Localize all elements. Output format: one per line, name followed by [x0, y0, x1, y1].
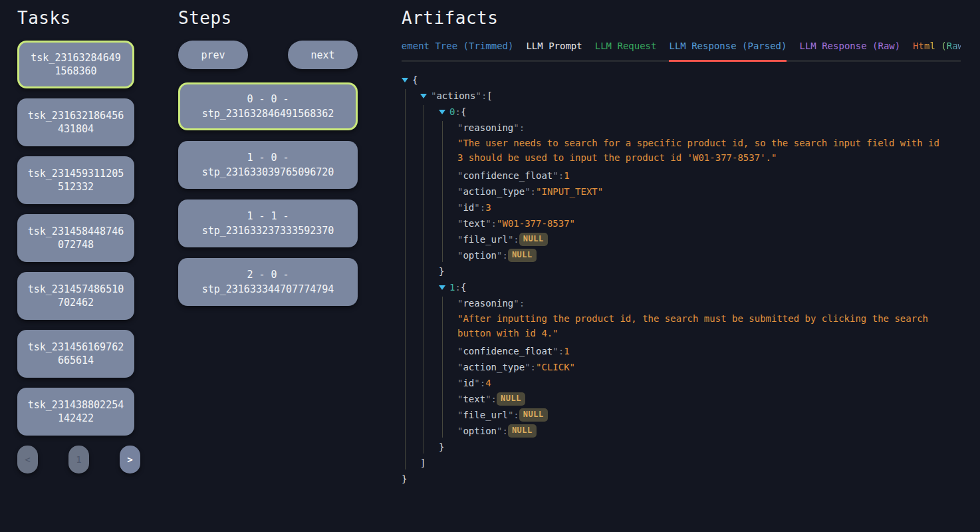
task-button-2[interactable]: tsk_231459311205512332 [17, 156, 134, 204]
json-property: "action_type" : "CLICK" [457, 360, 961, 374]
step-button-2[interactable]: 1 - 1 - stp_231633237333592370 [178, 200, 358, 247]
json-property: "file_url" : NULL [457, 233, 961, 246]
artifacts-panel: Artifacts Element Tree (Trimmed)LLM Prom… [402, 0, 961, 488]
json-children: "reasoning" :"After inputting the produc… [442, 297, 961, 438]
artifacts-tabbar: Element Tree (Trimmed)LLM PromptLLM Requ… [402, 41, 961, 62]
json-property: "action_type" : "INPUT_TEXT" [457, 185, 961, 198]
steps-list: 0 - 0 - stp_2316328464915683621 - 0 - st… [178, 82, 358, 306]
artifacts-tabs: Element Tree (Trimmed)LLM PromptLLM Requ… [402, 41, 961, 62]
collapse-triangle-icon[interactable] [402, 78, 408, 82]
step-button-1[interactable]: 1 - 0 - stp_231633039765096720 [178, 141, 358, 189]
json-root-close: } [402, 472, 961, 485]
json-property: "confidence_float" : 1 [457, 169, 961, 182]
tab-llm-response-parsed[interactable]: LLM Response (Parsed) [669, 41, 787, 62]
steps-nav-row: prev next [178, 41, 358, 69]
tasks-title: Tasks [17, 8, 134, 28]
json-property: "id" : 3 [457, 201, 961, 214]
json-node: 1 : { [439, 281, 961, 294]
json-children: "reasoning" :"The user needs to search f… [442, 121, 961, 262]
task-button-1[interactable]: tsk_231632186456431804 [17, 98, 134, 146]
collapse-triangle-icon[interactable] [420, 94, 427, 98]
tasks-pagination: < 1 > [17, 446, 140, 473]
null-badge: NULL [519, 408, 548, 422]
json-property: "reasoning" : [457, 297, 961, 310]
json-property: "reasoning" : [457, 121, 961, 134]
tab-element-tree-trimmed[interactable]: Element Tree (Trimmed) [402, 41, 513, 62]
llm-response-parsed-json-tree: {"actions" : [0 : {"reasoning" :"The use… [402, 73, 961, 485]
task-button-5[interactable]: tsk_231456169762665614 [17, 330, 134, 378]
collapse-triangle-icon[interactable] [439, 285, 445, 290]
null-badge: NULL [497, 392, 525, 406]
steps-prev-button[interactable]: prev [178, 41, 248, 69]
json-property: "text" : "W01-377-8537" [457, 217, 961, 230]
json-node-close: } [439, 440, 961, 454]
json-property: "option" : NULL [457, 249, 961, 262]
tasks-list: tsk_231632846491568360tsk_23163218645643… [17, 41, 134, 436]
tab-html-raw[interactable]: Html (Raw) [913, 41, 961, 62]
task-button-6[interactable]: tsk_231438802254142422 [17, 388, 134, 436]
json-property: "file_url" : NULL [457, 408, 961, 422]
step-button-0[interactable]: 0 - 0 - stp_231632846491568362 [178, 82, 358, 130]
null-badge: NULL [508, 249, 537, 262]
steps-next-button[interactable]: next [288, 41, 358, 69]
artifacts-title: Artifacts [402, 8, 961, 28]
steps-title: Steps [178, 8, 358, 28]
json-property: "id" : 4 [457, 376, 961, 390]
null-badge: NULL [519, 233, 548, 246]
json-property: "text" : NULL [457, 392, 961, 406]
tasks-panel: Tasks tsk_231632846491568360tsk_23163218… [17, 0, 134, 473]
null-badge: NULL [508, 424, 537, 438]
pagination-next-button[interactable]: > [120, 446, 140, 473]
collapse-triangle-icon[interactable] [439, 110, 445, 114]
json-node: 0 : { [439, 105, 961, 118]
json-node-close: } [439, 265, 961, 278]
step-button-3[interactable]: 2 - 0 - stp_231633344707774794 [178, 258, 358, 306]
json-root: { [402, 73, 961, 86]
json-children: "actions" : [0 : {"reasoning" :"The user… [405, 89, 961, 469]
task-button-0[interactable]: tsk_231632846491568360 [17, 41, 134, 88]
json-property: "confidence_float" : 1 [457, 344, 961, 358]
pagination-prev-button[interactable]: < [17, 446, 38, 473]
steps-panel: Steps prev next 0 - 0 - stp_231632846491… [178, 0, 358, 317]
tab-llm-prompt[interactable]: LLM Prompt [526, 41, 582, 62]
json-property: "option" : NULL [457, 424, 961, 438]
pagination-page-1-button[interactable]: 1 [68, 446, 89, 473]
tab-llm-response-raw[interactable]: LLM Response (Raw) [799, 41, 900, 62]
json-string-value: "After inputting the product id, the sea… [457, 311, 941, 340]
json-node: "actions" : [ [420, 89, 961, 102]
json-string-value: "The user needs to search for a specific… [457, 136, 941, 165]
tab-llm-request[interactable]: LLM Request [595, 41, 657, 62]
task-button-3[interactable]: tsk_231458448746072748 [17, 214, 134, 262]
task-button-4[interactable]: tsk_231457486510702462 [17, 272, 134, 320]
json-node-close: ] [420, 456, 961, 469]
json-children: 0 : {"reasoning" :"The user needs to sea… [424, 105, 961, 454]
